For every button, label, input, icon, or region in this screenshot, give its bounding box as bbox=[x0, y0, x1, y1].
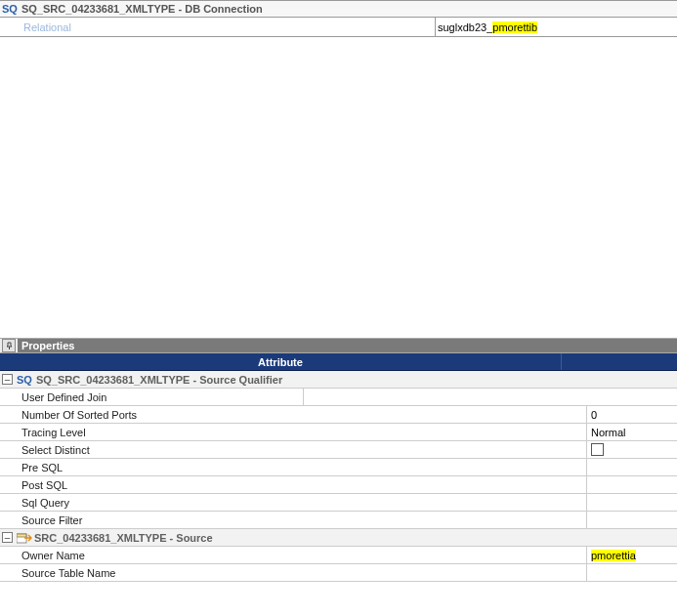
top-group-header: SQ SQ_SRC_04233681_XMLTYPE - DB Connecti… bbox=[0, 0, 677, 18]
properties-label: Properties bbox=[18, 339, 677, 352]
prop-value[interactable] bbox=[586, 512, 677, 528]
sq-properties-table: User Defined Join Number Of Sorted Ports… bbox=[0, 389, 677, 529]
collapse-icon[interactable]: – bbox=[2, 532, 13, 543]
table-row[interactable]: Source Filter bbox=[0, 512, 677, 529]
prop-value[interactable]: 0 bbox=[586, 406, 677, 423]
table-row[interactable]: Pre SQL bbox=[0, 459, 677, 476]
sq-badge-icon: SQ bbox=[2, 3, 18, 15]
prop-value[interactable] bbox=[586, 441, 677, 458]
svg-rect-1 bbox=[17, 534, 26, 537]
src-properties-table: Owner Name pmorettia Source Table Name bbox=[0, 547, 677, 582]
checkbox-icon[interactable] bbox=[591, 443, 604, 456]
group-title-sq: SQ_SRC_04233681_XMLTYPE - Source Qualifi… bbox=[36, 374, 282, 386]
prop-value[interactable] bbox=[586, 459, 677, 475]
prop-value[interactable] bbox=[586, 494, 677, 511]
prop-name: User Defined Join bbox=[0, 389, 303, 405]
collapse-icon[interactable]: – bbox=[2, 374, 13, 385]
prop-value[interactable]: pmorettia bbox=[586, 547, 677, 563]
connection-prefix: suglxdb23_ bbox=[438, 21, 492, 33]
connection-row[interactable]: Relational suglxdb23_pmorettib bbox=[0, 18, 677, 37]
prop-name: Number Of Sorted Ports bbox=[0, 406, 586, 423]
connection-value[interactable]: suglxdb23_pmorettib bbox=[435, 18, 677, 36]
sq-badge-icon: SQ bbox=[17, 374, 32, 386]
table-row[interactable]: Sql Query bbox=[0, 494, 677, 512]
table-row[interactable]: Post SQL bbox=[0, 476, 677, 494]
table-row[interactable]: Owner Name pmorettia bbox=[0, 547, 677, 564]
prop-name: Select Distinct bbox=[0, 441, 586, 458]
empty-space bbox=[0, 37, 677, 338]
top-group-title: SQ_SRC_04233681_XMLTYPE - DB Connection bbox=[21, 3, 263, 15]
prop-name: Tracing Level bbox=[0, 424, 586, 440]
prop-name: Pre SQL bbox=[0, 459, 586, 475]
connection-type-label: Relational bbox=[0, 18, 435, 36]
prop-name: Sql Query bbox=[0, 494, 586, 511]
source-icon bbox=[17, 532, 30, 544]
connection-highlight: pmorettib bbox=[492, 21, 537, 33]
group-header-src[interactable]: – SRC_04233681_XMLTYPE - Source bbox=[0, 529, 677, 547]
pin-icon[interactable] bbox=[2, 339, 16, 352]
table-row[interactable]: Number Of Sorted Ports 0 bbox=[0, 406, 677, 424]
group-title-src: SRC_04233681_XMLTYPE - Source bbox=[34, 532, 213, 544]
table-row[interactable]: User Defined Join bbox=[0, 389, 677, 406]
attribute-column-header[interactable]: Attribute bbox=[0, 353, 562, 370]
attribute-header-row: Attribute bbox=[0, 353, 677, 371]
prop-name: Post SQL bbox=[0, 476, 586, 493]
prop-value[interactable] bbox=[586, 564, 677, 581]
table-row[interactable]: Select Distinct bbox=[0, 441, 677, 459]
prop-name: Source Table Name bbox=[0, 564, 586, 581]
table-row[interactable]: Tracing Level Normal bbox=[0, 424, 677, 441]
group-header-sq[interactable]: – SQ SQ_SRC_04233681_XMLTYPE - Source Qu… bbox=[0, 371, 677, 389]
prop-name: Source Filter bbox=[0, 512, 586, 528]
properties-bar: Properties bbox=[0, 338, 677, 353]
owner-highlight: pmorettia bbox=[591, 550, 636, 561]
prop-value[interactable] bbox=[303, 389, 677, 405]
prop-name: Owner Name bbox=[0, 547, 586, 563]
prop-value[interactable]: Normal bbox=[586, 424, 677, 440]
value-column-header[interactable] bbox=[562, 353, 677, 370]
prop-value[interactable] bbox=[586, 476, 677, 493]
table-row[interactable]: Source Table Name bbox=[0, 564, 677, 582]
